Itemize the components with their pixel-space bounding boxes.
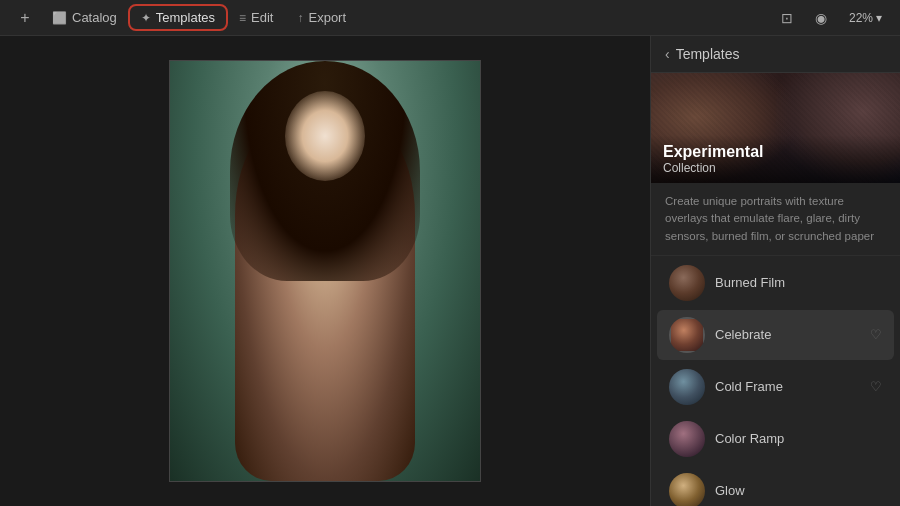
template-list: Burned Film Celebrate ♡ Cold Frame ♡ — [651, 256, 900, 506]
photo-face — [285, 91, 365, 181]
templates-label: Templates — [156, 10, 215, 25]
thumb-colorramp-img — [669, 421, 705, 457]
template-thumb-cold-frame — [669, 369, 705, 405]
template-item-color-ramp[interactable]: Color Ramp — [657, 414, 894, 464]
collection-subtitle: Collection — [663, 161, 888, 175]
eye-icon[interactable]: ◉ — [809, 6, 833, 30]
cold-frame-heart-icon[interactable]: ♡ — [870, 379, 882, 394]
template-name-cold-frame: Cold Frame — [715, 379, 860, 394]
collection-title: Experimental — [663, 143, 888, 161]
zoom-value: 22% — [849, 11, 873, 25]
edit-label: Edit — [251, 10, 273, 25]
add-button[interactable]: + — [12, 5, 38, 31]
templates-icon: ✦ — [141, 11, 151, 25]
dual-screen-icon[interactable]: ⊡ — [775, 6, 799, 30]
banner-overlay: Experimental Collection — [651, 135, 900, 183]
template-item-celebrate[interactable]: Celebrate ♡ — [657, 310, 894, 360]
template-item-glow[interactable]: Glow — [657, 466, 894, 506]
topbar-left: + ⬜ Catalog ✦ Templates ≡ Edit ↑ Export — [12, 5, 771, 31]
edit-icon: ≡ — [239, 11, 246, 25]
thumb-glow-img — [669, 473, 705, 506]
photo-frame — [169, 60, 481, 482]
thumb-burned-img — [669, 265, 705, 301]
export-icon: ↑ — [297, 11, 303, 25]
topbar-right: ⊡ ◉ 22% ▾ — [775, 6, 888, 30]
zoom-chevron-icon: ▾ — [876, 11, 882, 25]
templates-nav-button[interactable]: ✦ Templates — [131, 7, 225, 28]
thumb-celebrate-img — [669, 317, 705, 353]
thumb-coldframe-img — [669, 369, 705, 405]
collection-banner: Experimental Collection — [651, 73, 900, 183]
catalog-label: Catalog — [72, 10, 117, 25]
template-thumb-glow — [669, 473, 705, 506]
back-button[interactable]: ‹ — [665, 46, 670, 62]
catalog-nav-button[interactable]: ⬜ Catalog — [42, 7, 127, 28]
template-thumb-burned-film — [669, 265, 705, 301]
topbar: + ⬜ Catalog ✦ Templates ≡ Edit ↑ Export … — [0, 0, 900, 36]
main-layout: ‹ Templates Experimental Collection Crea… — [0, 36, 900, 506]
template-item-cold-frame[interactable]: Cold Frame ♡ — [657, 362, 894, 412]
edit-nav-button[interactable]: ≡ Edit — [229, 7, 283, 28]
celebrate-heart-icon[interactable]: ♡ — [870, 327, 882, 342]
catalog-icon: ⬜ — [52, 11, 67, 25]
template-name-glow: Glow — [715, 483, 882, 498]
right-panel: ‹ Templates Experimental Collection Crea… — [650, 36, 900, 506]
export-label: Export — [308, 10, 346, 25]
panel-title: Templates — [676, 46, 740, 62]
collection-description: Create unique portraits with texture ove… — [651, 183, 900, 256]
zoom-control[interactable]: 22% ▾ — [843, 9, 888, 27]
template-item-burned-film[interactable]: Burned Film — [657, 258, 894, 308]
template-name-color-ramp: Color Ramp — [715, 431, 882, 446]
template-thumb-celebrate — [669, 317, 705, 353]
template-name-celebrate: Celebrate — [715, 327, 860, 342]
template-thumb-color-ramp — [669, 421, 705, 457]
panel-header: ‹ Templates — [651, 36, 900, 73]
photo-area — [0, 36, 650, 506]
template-name-burned-film: Burned Film — [715, 275, 882, 290]
export-nav-button[interactable]: ↑ Export — [287, 7, 356, 28]
photo-image — [170, 61, 480, 481]
